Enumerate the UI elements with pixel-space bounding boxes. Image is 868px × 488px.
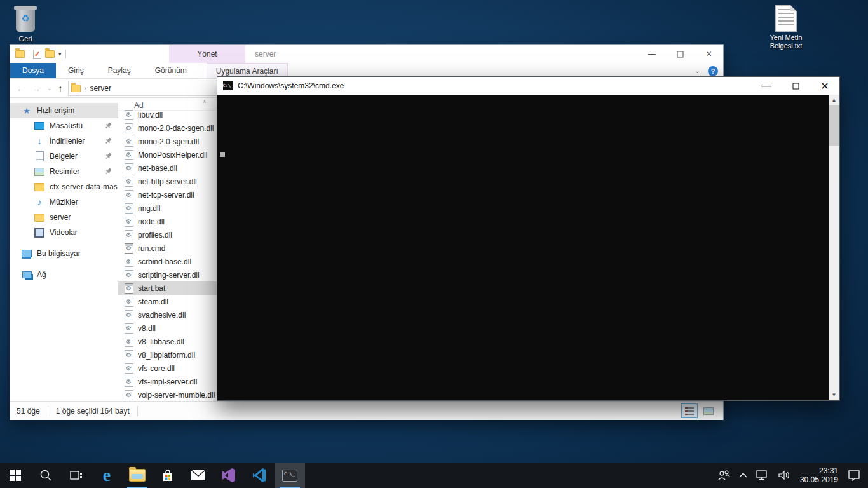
- people-button[interactable]: [713, 463, 735, 488]
- file-icon: [125, 177, 133, 187]
- task-view-button[interactable]: [61, 463, 92, 488]
- tab-dosya[interactable]: Dosya: [10, 63, 56, 78]
- properties-icon[interactable]: [33, 50, 41, 59]
- file-explorer-button[interactable]: [122, 463, 153, 488]
- sidebar-item-icon: [34, 121, 44, 131]
- taskbar: e: [0, 463, 868, 488]
- sidebar-item[interactable]: Bu bilgisayar: [10, 246, 118, 261]
- vscode-button[interactable]: [244, 463, 275, 488]
- sidebar-item[interactable]: Videolar: [10, 225, 118, 240]
- recent-locations-icon[interactable]: ⌄: [47, 85, 52, 92]
- cmd-taskbar-button[interactable]: C:\_: [275, 463, 305, 488]
- scroll-up-icon[interactable]: ▲: [829, 95, 839, 105]
- file-icon: [125, 110, 133, 120]
- file-icon: [125, 337, 133, 347]
- volume-button[interactable]: [773, 463, 795, 488]
- sidebar-item-icon: [22, 248, 32, 259]
- start-button[interactable]: [0, 463, 31, 488]
- help-icon[interactable]: ?: [708, 66, 718, 76]
- cmd-window: C:\_ C:\Windows\system32\cmd.exe — ✕ ▲ ▼: [217, 76, 840, 401]
- forward-icon[interactable]: →: [32, 83, 41, 93]
- cmd-titlebar: C:\_ C:\Windows\system32\cmd.exe — ✕: [217, 77, 839, 95]
- cmd-window-title: C:\Windows\system32\cmd.exe: [238, 81, 344, 90]
- scroll-down-icon[interactable]: ▼: [829, 390, 839, 400]
- sidebar-item[interactable]: server: [10, 210, 118, 225]
- file-name: svadhesive.dll: [138, 311, 186, 320]
- close-button[interactable]: ✕: [695, 45, 723, 63]
- window-icon: [15, 50, 25, 58]
- details-view-button[interactable]: [681, 403, 698, 418]
- file-icon: [125, 350, 133, 360]
- file-name: libuv.dll: [138, 111, 163, 119]
- sidebar-item-icon: [22, 105, 32, 116]
- tab-giris[interactable]: Giriş: [56, 63, 96, 78]
- window-title: server: [255, 45, 276, 63]
- file-name: start.bat: [138, 284, 165, 293]
- sidebar-item[interactable]: Resimler: [10, 164, 118, 179]
- system-tray: 23:31 30.05.2019: [713, 463, 868, 488]
- ribbon-expand-icon[interactable]: ⌄: [695, 67, 700, 74]
- maximize-button[interactable]: [666, 45, 695, 63]
- sidebar-item-label: Ağ: [37, 270, 46, 279]
- store-button[interactable]: [153, 463, 183, 488]
- pin-icon: [105, 168, 112, 175]
- breadcrumb-chevron-icon: ›: [85, 85, 86, 92]
- search-icon: [39, 469, 52, 482]
- scrollbar-thumb[interactable]: [829, 105, 839, 146]
- text-file-icon: [775, 5, 797, 32]
- file-icon: [125, 283, 133, 294]
- task-view-icon: [70, 470, 83, 481]
- tray-overflow-button[interactable]: [735, 463, 752, 488]
- search-button[interactable]: [31, 463, 61, 488]
- edge-button[interactable]: e: [92, 463, 122, 488]
- visual-studio-icon: [221, 468, 236, 483]
- desktop-icon-text-file[interactable]: Yeni MetinBelgesi.txt: [762, 5, 810, 50]
- taskbar-clock[interactable]: 23:31 30.05.2019: [795, 466, 843, 484]
- store-icon: [161, 468, 175, 482]
- network-button[interactable]: [752, 463, 773, 488]
- cmd-close-button[interactable]: ✕: [810, 77, 839, 95]
- console[interactable]: ▲ ▼: [217, 95, 839, 400]
- mail-button[interactable]: [183, 463, 214, 488]
- clock-date: 30.05.2019: [800, 475, 838, 484]
- network-icon: [756, 470, 769, 480]
- file-name: vfs-impl-server.dll: [138, 377, 197, 386]
- file-name: scripting-server.dll: [138, 271, 200, 280]
- cmd-minimize-button[interactable]: —: [752, 77, 781, 95]
- action-center-button[interactable]: [843, 463, 868, 488]
- file-icon: [125, 150, 133, 160]
- sidebar-item[interactable]: Belgeler: [10, 149, 118, 164]
- sidebar-item[interactable]: cfx-server-data-mas: [10, 179, 118, 194]
- tab-paylas[interactable]: Paylaş: [96, 63, 143, 78]
- clock-time: 23:31: [800, 466, 838, 475]
- file-name: vfs-core.dll: [138, 364, 175, 373]
- large-icons-view-button[interactable]: [700, 403, 717, 418]
- up-icon[interactable]: ↑: [58, 83, 63, 93]
- file-icon: [125, 190, 133, 200]
- quick-access-toolbar: ▾: [10, 50, 66, 59]
- sidebar-item-label: Videolar: [50, 228, 78, 237]
- desktop: ♻ GeriDönüşü... Yeni MetinBelgesi.txt ▾ …: [0, 0, 868, 488]
- cmd-maximize-button[interactable]: [781, 77, 810, 95]
- pin-icon: [105, 122, 112, 129]
- visual-studio-button[interactable]: [214, 463, 244, 488]
- file-name: node.dll: [138, 217, 165, 226]
- back-icon[interactable]: ←: [17, 83, 25, 93]
- sidebar-item[interactable]: İndirilenler: [10, 133, 118, 149]
- file-icon: [125, 257, 133, 267]
- minimize-button[interactable]: —: [637, 45, 666, 63]
- sidebar-item[interactable]: Hızlı erişim: [10, 103, 118, 118]
- sidebar-item[interactable]: Müzikler: [10, 194, 118, 210]
- sidebar-item[interactable]: Ağ: [10, 267, 118, 282]
- console-line: [220, 128, 827, 139]
- sidebar-item[interactable]: Masaüstü: [10, 118, 118, 133]
- qat-customize-icon[interactable]: ▾: [58, 51, 62, 57]
- sidebar-item-icon: [34, 197, 44, 207]
- tab-gorunum[interactable]: Görünüm: [143, 63, 199, 78]
- console-scrollbar[interactable]: ▲ ▼: [829, 95, 839, 400]
- breadcrumb[interactable]: server: [90, 84, 111, 93]
- new-folder-icon[interactable]: [45, 50, 55, 58]
- file-icon: [125, 243, 133, 254]
- sidebar-item-icon: [34, 151, 44, 161]
- file-name: nng.dll: [138, 204, 160, 213]
